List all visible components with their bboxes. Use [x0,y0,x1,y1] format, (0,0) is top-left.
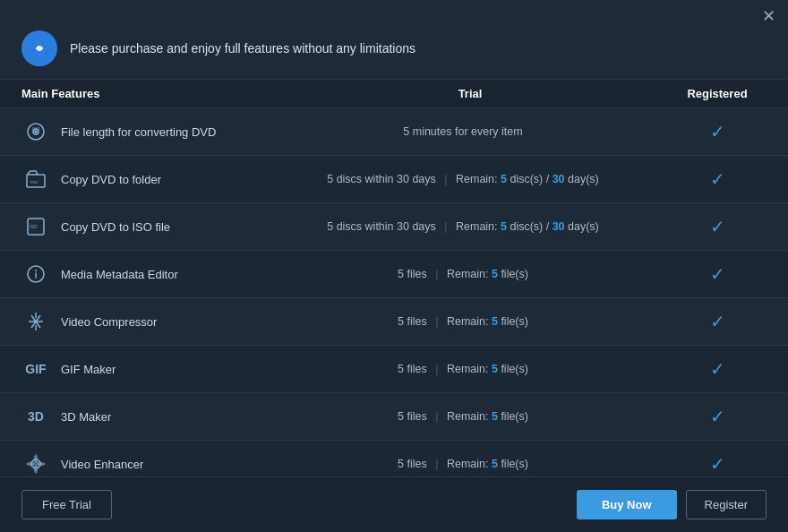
feature-registered-check: ✓ [668,216,767,237]
title-bar: ✕ [0,0,788,25]
svg-point-4 [35,131,37,133]
table-row: Video Enhancer 5 files | Remain: 5 file(… [0,441,788,476]
feature-registered-check: ✓ [668,168,767,190]
feature-registered-check: ✓ [668,121,767,142]
feature-trial-value: 5 files | Remain: 5 file(s) [258,458,668,470]
feature-name: Video Compressor [61,315,258,329]
table-row: DVD File length for converting DVD 5 min… [0,108,788,156]
col-registered-label: Registered [668,87,767,100]
svg-point-1 [37,46,41,50]
header-message: Please purchase and enjoy full features … [70,41,415,56]
feature-trial-value: 5 discs within 30 days | Remain: 5 disc(… [258,220,668,233]
free-trial-button[interactable]: Free Trial [21,490,112,519]
metadata-editor-icon [21,260,50,288]
feature-trial-value: 5 files | Remain: 5 file(s) [258,410,668,423]
feature-trial-value: 5 files | Remain: 5 file(s) [258,315,668,328]
feature-name: Copy DVD to folder [61,173,258,186]
feature-trial-value: 5 minutes for every item [258,125,668,138]
feature-name: 3D Maker [61,410,258,424]
feature-trial-value: 5 files | Remain: 5 file(s) [258,363,668,375]
feature-registered-check: ✓ [668,406,767,427]
col-trial-label: Trial [272,87,668,100]
copy-dvd-iso-icon: ISO [21,212,50,241]
close-button[interactable]: ✕ [759,7,777,25]
copy-dvd-folder-icon: DVD [21,165,50,193]
svg-text:DVD: DVD [32,126,40,131]
feature-registered-check: ✓ [668,358,767,380]
dvd-convert-icon: DVD [21,117,50,146]
feature-trial-value: 5 discs within 30 days | Remain: 5 disc(… [258,173,668,185]
table-row: DVD Copy DVD to folder 5 discs within 30… [0,156,788,203]
check-icon: ✓ [710,216,725,237]
col-main-features-label: Main Features [21,87,272,100]
dialog-footer: Free Trial Buy Now Register [0,476,788,532]
table-row: ISO Copy DVD to ISO file 5 discs within … [0,203,788,251]
feature-trial-value: 5 files | Remain: 5 file(s) [258,268,668,280]
feature-name: Copy DVD to ISO file [61,220,258,234]
svg-text:ISO: ISO [30,224,38,229]
check-icon: ✓ [710,168,725,190]
buy-now-button[interactable]: Buy Now [577,490,677,519]
table-row: GIF GIF Maker 5 files | Remain: 5 file(s… [0,346,788,393]
feature-name: Video Enhancer [61,458,258,471]
check-icon: ✓ [710,263,725,285]
3d-label: 3D [28,409,44,424]
check-icon: ✓ [710,358,725,380]
video-enhancer-icon [21,450,50,476]
features-list: DVD File length for converting DVD 5 min… [0,108,788,476]
gif-label: GIF [25,362,46,376]
register-button[interactable]: Register [686,490,767,519]
svg-text:DVD: DVD [30,180,39,184]
check-icon: ✓ [710,311,725,332]
feature-name: File length for converting DVD [61,125,258,139]
dialog-header: Please purchase and enjoy full features … [0,25,788,79]
check-icon: ✓ [710,406,725,427]
feature-registered-check: ✓ [668,453,767,475]
feature-name: GIF Maker [61,363,258,376]
check-icon: ✓ [710,453,725,475]
feature-registered-check: ✓ [668,263,767,285]
footer-right-actions: Buy Now Register [577,490,767,519]
table-row: Media Metadata Editor 5 files | Remain: … [0,251,788,298]
app-icon [21,30,57,66]
feature-name: Media Metadata Editor [61,268,258,281]
purchase-dialog: ✕ Please purchase and enjoy full feature… [0,0,788,532]
check-icon: ✓ [710,121,725,142]
feature-registered-check: ✓ [668,311,767,332]
table-row: 3D 3D Maker 5 files | Remain: 5 file(s) … [0,393,788,441]
table-row: Video Compressor 5 files | Remain: 5 fil… [0,298,788,346]
3d-maker-icon: 3D [21,402,50,431]
gif-maker-icon: GIF [21,355,50,383]
video-compressor-icon [21,307,50,336]
columns-header: Main Features Trial Registered [0,79,788,108]
